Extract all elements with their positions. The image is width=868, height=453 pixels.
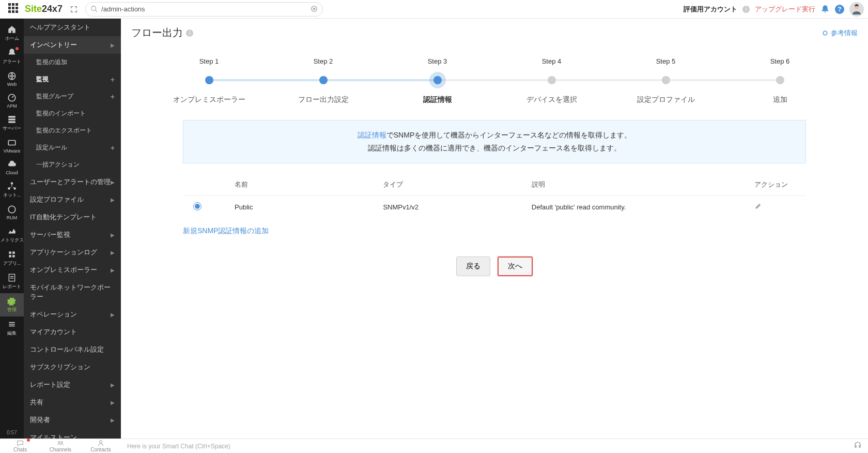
clear-icon[interactable] [309, 4, 319, 13]
sidebar-item[interactable]: レポート設定▶ [24, 376, 121, 394]
rail-admin[interactable]: 管理 [0, 293, 24, 316]
sidebar-item[interactable]: マイアカウント [24, 323, 121, 341]
info-icon[interactable]: i [742, 6, 750, 13]
sidebar-item[interactable]: 設定ルール+ [24, 139, 121, 156]
chevron-right-icon: ▶ [111, 312, 115, 318]
chevron-right-icon: ▶ [111, 382, 115, 388]
topbar-right: 評価用アカウント i アップグレード実行 ? [684, 2, 864, 17]
sidebar-item[interactable]: モバイルネットワークポーラー [24, 279, 121, 306]
info-icon[interactable]: i [186, 29, 193, 37]
sidebar-item[interactable]: 設定プロファイル▶ [24, 191, 121, 208]
next-button[interactable]: 次へ [498, 256, 533, 276]
plus-icon[interactable]: + [111, 144, 115, 152]
upgrade-link[interactable]: アップグレード実行 [755, 5, 815, 14]
sidebar-item[interactable]: コントロールパネル設定 [24, 341, 121, 358]
add-credential-link[interactable]: 新規SNMP認証情報の追加 [183, 226, 269, 236]
sidebar-item[interactable]: 監視のエクスポート [24, 122, 121, 139]
sidebar-item[interactable]: 監視グループ+ [24, 88, 121, 105]
sidebar-item[interactable]: 監視+ [24, 71, 121, 88]
rail-apm[interactable]: APM [0, 90, 24, 112]
notification-icon[interactable] [820, 5, 830, 14]
sidebar-item[interactable]: サーバー監視▶ [24, 226, 121, 244]
rail-app[interactable]: アプリ... [0, 247, 24, 270]
reference-link[interactable]: 参考情報 [822, 28, 858, 38]
back-button[interactable]: 戻る [456, 256, 490, 276]
plus-icon[interactable]: + [111, 93, 115, 101]
step-dot [776, 76, 784, 84]
sidebar-item[interactable]: 開発者▶ [24, 411, 121, 429]
step-dot [433, 76, 442, 84]
headset-icon[interactable] [847, 441, 868, 451]
svg-rect-20 [9, 274, 14, 281]
credentials-table: 名前 タイプ 説明 アクション PublicSNMPv1/v2Default '… [183, 174, 806, 218]
svg-rect-10 [8, 121, 16, 123]
step-dot [319, 76, 328, 84]
rail-vmware[interactable]: VMware [0, 135, 24, 157]
rail-alert[interactable]: アラート [0, 45, 24, 68]
sidebar-item[interactable]: 一括アクション [24, 156, 121, 173]
table-header: 名前 タイプ 説明 アクション [183, 174, 806, 196]
page-title: フロー出力 [131, 26, 183, 40]
sidebar-item[interactable]: ヘルプアシスタント [24, 19, 121, 36]
topbar: Site24x7 評価用アカウント i アップグレード実行 ? [0, 0, 868, 19]
bottom-chats[interactable]: Chats [0, 439, 40, 453]
rail-report[interactable]: レポート [0, 270, 24, 293]
search-icon [90, 5, 98, 14]
svg-line-1 [96, 10, 98, 12]
svg-point-24 [99, 441, 102, 443]
sidebar-item[interactable]: 監視の追加 [24, 54, 121, 71]
step[interactable]: Step 1オンプレミスポーラー [152, 57, 266, 104]
rail-server[interactable]: サーバー [0, 112, 24, 135]
col-desc: 説明 [532, 180, 754, 189]
rail-network[interactable]: ネット... [0, 178, 24, 202]
bottom-bar: Chats Channels Contacts Here is your Sma… [0, 439, 868, 453]
logo[interactable]: Site24x7 [25, 4, 63, 14]
sidebar-item[interactable]: マイルストーン [24, 429, 121, 439]
expand-icon[interactable] [69, 4, 79, 14]
sidebar: ヘルプアシスタントインベントリー▶監視の追加監視+監視グループ+監視のインポート… [24, 19, 121, 439]
sidebar-item[interactable]: ユーザーとアラートの管理▶ [24, 173, 121, 191]
svg-rect-17 [12, 251, 15, 254]
smart-chat-hint[interactable]: Here is your Smart Chat (Ctrl+Space) [121, 443, 847, 450]
stepper: Step 1オンプレミスポーラーStep 2フロー出力設定Step 3認証情報S… [121, 47, 868, 120]
rail-time: 0:57 [7, 430, 17, 435]
plus-icon[interactable]: + [111, 76, 115, 84]
chevron-right-icon: ▶ [111, 400, 115, 405]
sidebar-item[interactable]: IT自動化テンプレート [24, 208, 121, 226]
avatar[interactable] [849, 2, 864, 17]
rail-metrics[interactable]: メトリクス [0, 223, 24, 247]
sidebar-item[interactable]: オンプレミスポーラー▶ [24, 261, 121, 279]
bottom-contacts[interactable]: Contacts [81, 439, 121, 453]
sidebar-item[interactable]: 監視のインポート [24, 105, 121, 122]
rail-cloud[interactable]: Cloud [0, 157, 24, 178]
search-input[interactable] [85, 2, 323, 17]
edit-icon[interactable] [754, 204, 762, 212]
rail-edit[interactable]: 編集 [0, 316, 24, 340]
help-icon[interactable]: ? [835, 5, 844, 14]
main-content: フロー出力 i 参考情報 Step 1オンプレミスポーラーStep 2フロー出力… [121, 19, 868, 439]
svg-rect-9 [8, 118, 16, 120]
search-wrap [85, 2, 323, 17]
rail-rum[interactable]: RUM [0, 202, 24, 223]
bottom-channels[interactable]: Channels [40, 439, 81, 453]
banner-link[interactable]: 認証情報 [358, 131, 386, 139]
row-radio[interactable] [193, 202, 202, 210]
chevron-right-icon: ▶ [111, 250, 115, 255]
sidebar-item[interactable]: インベントリー▶ [24, 36, 121, 54]
svg-point-12 [11, 182, 13, 185]
rail-home[interactable]: ホーム [0, 22, 24, 45]
step-dot [205, 76, 213, 84]
sidebar-item[interactable]: 共有▶ [24, 394, 121, 411]
svg-rect-16 [9, 251, 11, 254]
icon-rail: ホーム アラート Web APM サーバー VMware Cloud ネット..… [0, 19, 24, 439]
apps-grid-icon[interactable] [8, 3, 21, 16]
svg-rect-18 [9, 255, 11, 258]
sidebar-item[interactable]: サブスクリプション [24, 358, 121, 376]
sidebar-item[interactable]: オペレーション▶ [24, 306, 121, 323]
table-row[interactable]: PublicSNMPv1/v2Default 'public' read com… [183, 196, 806, 218]
step-dot [662, 76, 670, 84]
rail-web[interactable]: Web [0, 68, 24, 90]
sidebar-item[interactable]: アプリケーションログ▶ [24, 244, 121, 261]
svg-rect-19 [12, 255, 15, 258]
chevron-right-icon: ▶ [111, 197, 115, 203]
